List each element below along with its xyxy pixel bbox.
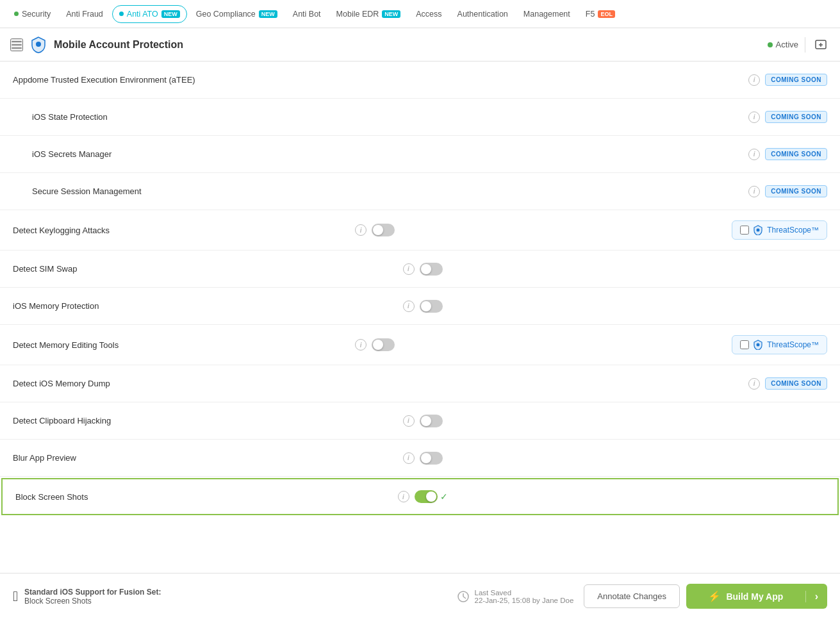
toggle-check-icon-block-screenshots: ✓ xyxy=(440,491,448,502)
nav-item-management[interactable]: Management xyxy=(517,6,577,22)
toggle-keylogging[interactable] xyxy=(372,224,395,236)
nav-badge-geo-compliance: NEW xyxy=(259,10,277,18)
nav-item-authentication[interactable]: Authentication xyxy=(451,6,515,22)
svg-point-0 xyxy=(36,42,41,47)
info-icon-memory-editing[interactable]: i xyxy=(355,339,366,351)
toggle-memory-editing[interactable] xyxy=(372,338,395,351)
feature-name-sim-swap: Detect SIM Swap xyxy=(13,264,398,274)
nav-label-anti-bot: Anti Bot xyxy=(293,10,321,19)
threatscope-label-memory-editing: ThreatScope™ xyxy=(767,340,819,349)
footer-platform-text: Standard iOS Support for Fusion Set: xyxy=(24,588,161,597)
nav-item-security[interactable]: Security xyxy=(8,6,57,22)
feature-name-blur-preview: Blur App Preview xyxy=(13,453,398,463)
feature-row-keylogging: Detect Keylogging AttacksiThreatScope™ xyxy=(0,210,840,251)
build-my-app-button[interactable]: ⚡ Build My App › xyxy=(686,584,827,609)
feature-row-blur-preview: Blur App Previewi xyxy=(0,440,840,477)
feature-row-block-screenshots: Block Screen Shotsi✓ xyxy=(1,478,839,515)
toggle-sim-swap[interactable] xyxy=(420,263,443,276)
nav-item-f5[interactable]: F5EOL xyxy=(579,6,622,22)
toggle-wrapper-memory-editing xyxy=(372,338,395,351)
sub-header-left: Mobile Account Protection xyxy=(10,36,768,54)
toggle-wrapper-sim-swap xyxy=(420,263,443,276)
nav-label-anti-fraud: Anti Fraud xyxy=(66,10,103,19)
footer:  Standard iOS Support for Fusion Set: B… xyxy=(0,573,840,619)
info-icon-ios-memory[interactable]: i xyxy=(403,301,415,312)
toggle-blur-preview[interactable] xyxy=(420,452,443,465)
nav-label-security: Security xyxy=(22,10,51,19)
nav-label-authentication: Authentication xyxy=(457,10,508,19)
nav-badge-f5: EOL xyxy=(598,10,615,18)
threatscope-checkbox-keylogging[interactable] xyxy=(740,226,749,235)
toggle-wrapper-clipboard xyxy=(420,415,443,427)
sub-header-right: Active xyxy=(768,36,830,54)
menu-toggle-button[interactable] xyxy=(10,38,23,51)
svg-line-8 xyxy=(463,597,466,598)
build-arrow-icon[interactable]: › xyxy=(805,591,827,602)
threatscope-checkbox-memory-editing[interactable] xyxy=(740,340,749,349)
nav-dot-security xyxy=(14,12,19,16)
nav-item-mobile-edr[interactable]: Mobile EDRNEW xyxy=(330,6,408,22)
info-icon-keylogging[interactable]: i xyxy=(355,224,366,236)
feature-name-keylogging: Detect Keylogging Attacks xyxy=(13,226,350,235)
info-icon-secure-session[interactable]: i xyxy=(748,186,760,197)
sub-header: Mobile Account Protection Active xyxy=(0,28,840,62)
footer-feature-text: Block Screen Shots xyxy=(24,597,161,606)
toggle-clipboard[interactable] xyxy=(420,415,443,427)
info-icon-ios-state[interactable]: i xyxy=(748,111,760,123)
feature-name-ios-memory: iOS Memory Protection xyxy=(13,301,398,311)
toggle-wrapper-ios-memory xyxy=(420,300,443,313)
feature-row-sim-swap: Detect SIM Swapi xyxy=(0,251,840,288)
nav-label-geo-compliance: Geo Compliance xyxy=(196,10,256,19)
footer-right: Annotate Changes ⚡ Build My App › xyxy=(584,584,827,609)
header-divider xyxy=(805,37,805,53)
main-content: Appdome Trusted Execution Environment (a… xyxy=(0,62,840,573)
build-icon: ⚡ xyxy=(708,590,721,602)
shield-logo-icon xyxy=(29,36,47,54)
top-nav: SecurityAnti FraudAnti ATONEWGeo Complia… xyxy=(0,0,840,28)
threatscope-btn-memory-editing[interactable]: ThreatScope™ xyxy=(732,335,827,354)
clock-icon xyxy=(457,590,470,603)
threatscope-btn-keylogging[interactable]: ThreatScope™ xyxy=(732,220,827,240)
nav-item-access[interactable]: Access xyxy=(409,6,448,22)
add-config-button[interactable] xyxy=(812,36,830,54)
info-icon-ios-secrets[interactable]: i xyxy=(748,149,760,160)
nav-label-anti-ato: Anti ATO xyxy=(127,10,158,19)
svg-point-5 xyxy=(757,343,760,347)
threatscope-icon xyxy=(753,225,763,235)
feature-row-atee: Appdome Trusted Execution Environment (a… xyxy=(0,62,840,99)
info-icon-ios-memory-dump[interactable]: i xyxy=(748,378,760,390)
info-icon-atee[interactable]: i xyxy=(748,74,760,86)
page-title: Mobile Account Protection xyxy=(54,39,183,51)
last-saved-value: 22-Jan-25, 15:08 by Jane Doe xyxy=(475,597,574,604)
coming-soon-badge-ios-memory-dump: COMING SOON xyxy=(765,377,827,390)
nav-label-f5: F5 xyxy=(586,10,595,19)
nav-item-geo-compliance[interactable]: Geo ComplianceNEW xyxy=(190,6,284,22)
info-icon-block-screenshots[interactable]: i xyxy=(398,491,409,502)
toggle-wrapper-block-screenshots: ✓ xyxy=(415,490,448,503)
footer-platform: Standard iOS Support for Fusion Set: xyxy=(24,588,161,597)
info-icon-clipboard[interactable]: i xyxy=(403,415,415,427)
info-icon-sim-swap[interactable]: i xyxy=(403,263,415,275)
feature-name-ios-secrets: iOS Secrets Manager xyxy=(32,149,743,159)
toggle-block-screenshots[interactable] xyxy=(415,490,438,503)
toggle-ios-memory[interactable] xyxy=(420,300,443,313)
coming-soon-badge-ios-secrets: COMING SOON xyxy=(765,148,827,160)
feature-name-secure-session: Secure Session Management xyxy=(32,186,743,196)
nav-label-mobile-edr: Mobile EDR xyxy=(336,10,379,19)
footer-center: Last Saved 22-Jan-25, 15:08 by Jane Doe xyxy=(457,589,574,604)
build-label: Build My App xyxy=(726,591,783,602)
nav-item-anti-ato[interactable]: Anti ATONEW xyxy=(112,5,187,23)
feature-row-clipboard: Detect Clipboard Hijackingi xyxy=(0,402,840,440)
toggle-wrapper-blur-preview xyxy=(420,452,443,465)
nav-item-anti-bot[interactable]: Anti Bot xyxy=(286,6,327,22)
feature-name-block-screenshots: Block Screen Shots xyxy=(15,492,393,502)
feature-row-ios-memory: iOS Memory Protectioni xyxy=(0,288,840,325)
coming-soon-badge-ios-state: COMING SOON xyxy=(765,111,827,123)
feature-name-ios-state: iOS State Protection xyxy=(32,112,743,122)
feature-row-ios-memory-dump: Detect iOS Memory DumpiCOMING SOON xyxy=(0,365,840,402)
annotate-changes-button[interactable]: Annotate Changes xyxy=(584,584,680,608)
info-icon-blur-preview[interactable]: i xyxy=(403,452,415,464)
nav-dot-anti-ato xyxy=(119,12,124,16)
feature-row-secure-session: Secure Session ManagementiCOMING SOON xyxy=(0,173,840,210)
nav-item-anti-fraud[interactable]: Anti Fraud xyxy=(60,6,110,22)
